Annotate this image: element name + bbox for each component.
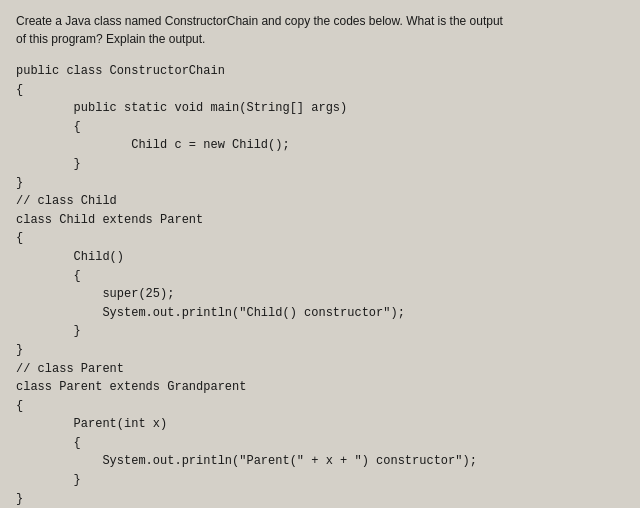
instruction-line1: Create a Java class named ConstructorCha… <box>16 14 503 28</box>
instruction-line2: of this program? Explain the output. <box>16 32 205 46</box>
code-block: public class ConstructorChain { public s… <box>16 62 624 508</box>
page-container: Create a Java class named ConstructorCha… <box>0 0 640 508</box>
instructions-text: Create a Java class named ConstructorCha… <box>16 12 624 48</box>
